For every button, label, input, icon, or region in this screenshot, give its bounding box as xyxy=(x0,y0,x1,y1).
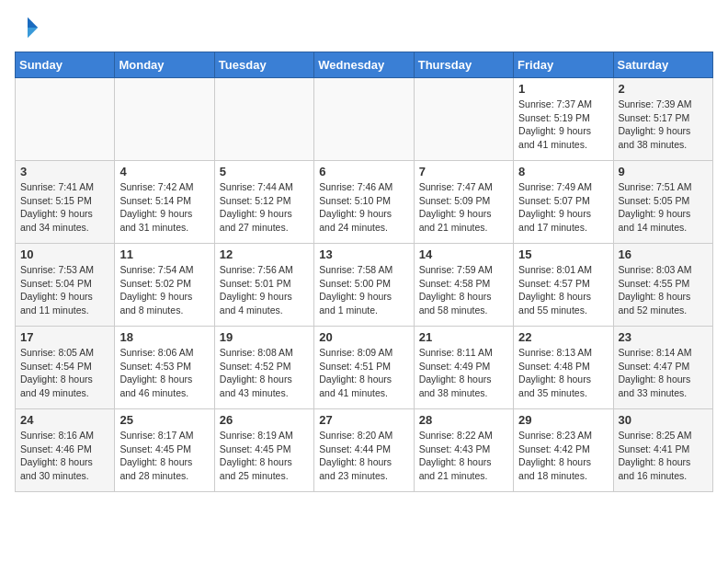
day-info: Sunrise: 8:20 AM Sunset: 4:44 PM Dayligh… xyxy=(319,429,408,483)
calendar-header-saturday: Saturday xyxy=(613,52,712,78)
day-info: Sunrise: 7:47 AM Sunset: 5:09 PM Dayligh… xyxy=(419,180,508,235)
calendar-week-row: 3Sunrise: 7:41 AM Sunset: 5:15 PM Daylig… xyxy=(16,161,713,244)
day-info: Sunrise: 8:11 AM Sunset: 4:49 PM Dayligh… xyxy=(419,346,508,400)
calendar-header-wednesday: Wednesday xyxy=(314,52,414,78)
logo-icon xyxy=(15,15,40,40)
day-number: 8 xyxy=(518,165,608,178)
day-info: Sunrise: 8:13 AM Sunset: 4:48 PM Dayligh… xyxy=(518,346,608,400)
day-number: 13 xyxy=(319,247,408,261)
day-number: 6 xyxy=(319,165,408,178)
calendar-week-row: 10Sunrise: 7:53 AM Sunset: 5:04 PM Dayli… xyxy=(16,244,713,327)
calendar-cell: 6Sunrise: 7:46 AM Sunset: 5:10 PM Daylig… xyxy=(314,161,414,244)
calendar-cell: 14Sunrise: 7:59 AM Sunset: 4:58 PM Dayli… xyxy=(414,244,513,327)
day-number: 10 xyxy=(20,247,109,261)
calendar-cell xyxy=(314,78,414,161)
day-number: 1 xyxy=(518,82,608,96)
day-number: 21 xyxy=(419,330,508,344)
calendar-cell xyxy=(16,78,115,161)
calendar-week-row: 24Sunrise: 8:16 AM Sunset: 4:46 PM Dayli… xyxy=(16,409,713,492)
day-number: 12 xyxy=(220,247,309,261)
day-number: 20 xyxy=(319,330,408,344)
calendar-cell: 12Sunrise: 7:56 AM Sunset: 5:01 PM Dayli… xyxy=(214,244,313,327)
day-info: Sunrise: 8:23 AM Sunset: 4:42 PM Dayligh… xyxy=(518,429,608,483)
day-info: Sunrise: 7:53 AM Sunset: 5:04 PM Dayligh… xyxy=(20,263,109,317)
calendar-header-row: SundayMondayTuesdayWednesdayThursdayFrid… xyxy=(16,52,713,78)
svg-marker-0 xyxy=(28,17,38,28)
day-info: Sunrise: 8:08 AM Sunset: 4:52 PM Dayligh… xyxy=(220,346,309,400)
calendar-cell: 1Sunrise: 7:37 AM Sunset: 5:19 PM Daylig… xyxy=(514,78,613,161)
calendar-cell: 21Sunrise: 8:11 AM Sunset: 4:49 PM Dayli… xyxy=(414,327,513,409)
calendar-cell: 11Sunrise: 7:54 AM Sunset: 5:02 PM Dayli… xyxy=(115,244,214,327)
calendar-cell: 25Sunrise: 8:17 AM Sunset: 4:45 PM Dayli… xyxy=(115,409,214,492)
calendar-table: SundayMondayTuesdayWednesdayThursdayFrid… xyxy=(15,52,713,492)
calendar-cell xyxy=(115,78,214,161)
day-info: Sunrise: 8:01 AM Sunset: 4:57 PM Dayligh… xyxy=(518,263,608,317)
calendar-cell: 24Sunrise: 8:16 AM Sunset: 4:46 PM Dayli… xyxy=(16,409,115,492)
day-info: Sunrise: 8:25 AM Sunset: 4:41 PM Dayligh… xyxy=(619,429,708,483)
day-info: Sunrise: 8:19 AM Sunset: 4:45 PM Dayligh… xyxy=(220,429,309,483)
day-info: Sunrise: 8:17 AM Sunset: 4:45 PM Dayligh… xyxy=(119,429,209,483)
day-info: Sunrise: 7:39 AM Sunset: 5:17 PM Dayligh… xyxy=(619,98,708,152)
calendar-cell: 28Sunrise: 8:22 AM Sunset: 4:43 PM Dayli… xyxy=(414,409,513,492)
day-info: Sunrise: 7:42 AM Sunset: 5:14 PM Dayligh… xyxy=(119,180,209,235)
calendar-cell: 17Sunrise: 8:05 AM Sunset: 4:54 PM Dayli… xyxy=(16,327,115,409)
day-number: 5 xyxy=(220,165,309,178)
day-info: Sunrise: 8:16 AM Sunset: 4:46 PM Dayligh… xyxy=(20,429,109,483)
calendar-cell: 4Sunrise: 7:42 AM Sunset: 5:14 PM Daylig… xyxy=(115,161,214,244)
calendar-cell: 13Sunrise: 7:58 AM Sunset: 5:00 PM Dayli… xyxy=(314,244,414,327)
calendar-week-row: 17Sunrise: 8:05 AM Sunset: 4:54 PM Dayli… xyxy=(16,327,713,409)
day-number: 29 xyxy=(518,413,608,427)
day-number: 2 xyxy=(619,82,708,96)
day-info: Sunrise: 8:03 AM Sunset: 4:55 PM Dayligh… xyxy=(619,263,708,317)
day-info: Sunrise: 8:06 AM Sunset: 4:53 PM Dayligh… xyxy=(119,346,209,400)
day-number: 14 xyxy=(419,247,508,261)
day-number: 15 xyxy=(518,247,608,261)
day-number: 22 xyxy=(518,330,608,344)
day-number: 27 xyxy=(319,413,408,427)
page-header xyxy=(15,15,713,40)
day-number: 30 xyxy=(619,413,708,427)
day-number: 25 xyxy=(119,413,209,427)
day-info: Sunrise: 7:41 AM Sunset: 5:15 PM Dayligh… xyxy=(20,180,109,235)
day-number: 23 xyxy=(619,330,708,344)
day-info: Sunrise: 7:58 AM Sunset: 5:00 PM Dayligh… xyxy=(319,263,408,317)
logo xyxy=(15,15,44,40)
day-info: Sunrise: 7:54 AM Sunset: 5:02 PM Dayligh… xyxy=(119,263,209,317)
day-info: Sunrise: 8:05 AM Sunset: 4:54 PM Dayligh… xyxy=(20,346,109,400)
calendar-cell: 10Sunrise: 7:53 AM Sunset: 5:04 PM Dayli… xyxy=(16,244,115,327)
calendar-cell: 5Sunrise: 7:44 AM Sunset: 5:12 PM Daylig… xyxy=(214,161,313,244)
calendar-cell xyxy=(214,78,313,161)
calendar-cell xyxy=(414,78,513,161)
day-number: 4 xyxy=(119,165,209,178)
calendar-cell: 20Sunrise: 8:09 AM Sunset: 4:51 PM Dayli… xyxy=(314,327,414,409)
day-number: 28 xyxy=(419,413,508,427)
calendar-cell: 8Sunrise: 7:49 AM Sunset: 5:07 PM Daylig… xyxy=(514,161,613,244)
day-info: Sunrise: 7:59 AM Sunset: 4:58 PM Dayligh… xyxy=(419,263,508,317)
day-info: Sunrise: 7:46 AM Sunset: 5:10 PM Dayligh… xyxy=(319,180,408,235)
day-info: Sunrise: 7:51 AM Sunset: 5:05 PM Dayligh… xyxy=(619,180,708,235)
calendar-cell: 2Sunrise: 7:39 AM Sunset: 5:17 PM Daylig… xyxy=(613,78,712,161)
day-info: Sunrise: 7:37 AM Sunset: 5:19 PM Dayligh… xyxy=(518,98,608,152)
day-number: 18 xyxy=(119,330,209,344)
calendar-cell: 30Sunrise: 8:25 AM Sunset: 4:41 PM Dayli… xyxy=(613,409,712,492)
day-number: 17 xyxy=(20,330,109,344)
day-info: Sunrise: 8:22 AM Sunset: 4:43 PM Dayligh… xyxy=(419,429,508,483)
calendar-header-tuesday: Tuesday xyxy=(214,52,313,78)
calendar-cell: 23Sunrise: 8:14 AM Sunset: 4:47 PM Dayli… xyxy=(613,327,712,409)
calendar-cell: 29Sunrise: 8:23 AM Sunset: 4:42 PM Dayli… xyxy=(514,409,613,492)
calendar-week-row: 1Sunrise: 7:37 AM Sunset: 5:19 PM Daylig… xyxy=(16,78,713,161)
day-number: 7 xyxy=(419,165,508,178)
calendar-cell: 15Sunrise: 8:01 AM Sunset: 4:57 PM Dayli… xyxy=(514,244,613,327)
day-info: Sunrise: 7:56 AM Sunset: 5:01 PM Dayligh… xyxy=(220,263,309,317)
day-info: Sunrise: 7:44 AM Sunset: 5:12 PM Dayligh… xyxy=(220,180,309,235)
day-number: 26 xyxy=(220,413,309,427)
calendar-cell: 16Sunrise: 8:03 AM Sunset: 4:55 PM Dayli… xyxy=(613,244,712,327)
day-number: 24 xyxy=(20,413,109,427)
calendar-cell: 27Sunrise: 8:20 AM Sunset: 4:44 PM Dayli… xyxy=(314,409,414,492)
calendar-cell: 18Sunrise: 8:06 AM Sunset: 4:53 PM Dayli… xyxy=(115,327,214,409)
day-number: 11 xyxy=(119,247,209,261)
calendar-cell: 22Sunrise: 8:13 AM Sunset: 4:48 PM Dayli… xyxy=(514,327,613,409)
calendar-header-friday: Friday xyxy=(514,52,613,78)
day-number: 3 xyxy=(20,165,109,178)
day-info: Sunrise: 8:14 AM Sunset: 4:47 PM Dayligh… xyxy=(619,346,708,400)
